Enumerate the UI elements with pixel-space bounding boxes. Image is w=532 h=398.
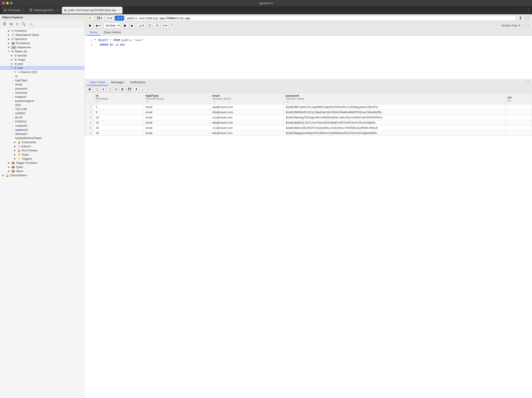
macros-button[interactable]: ≡ ▾ xyxy=(161,23,169,28)
sidebar-item-rls-policies[interactable]: ▶ 🔒 RLS Policies xyxy=(0,148,84,153)
sidebar-item-tables[interactable]: ▼ ⊞ Tables (4) xyxy=(0,49,84,53)
post-icon: ⊞ xyxy=(14,62,17,65)
close-window-button[interactable] xyxy=(2,2,5,4)
sidebar-item-col-updatedat[interactable]: ▪ updatedAt xyxy=(0,128,84,132)
limit-select[interactable]: No limit xyxy=(104,23,120,28)
tab-more-button[interactable]: ⋮ xyxy=(526,8,530,13)
tab-public-user[interactable]: ⊞ public.user/matzip-app/SUN@matzip-app … xyxy=(62,7,122,14)
sidebar-item-columns[interactable]: ▼ ≡ Columns (16) xyxy=(0,70,84,74)
sidebar-item-sequences[interactable]: ▶ 1.3 Sequences xyxy=(0,45,84,49)
tab-processes[interactable]: ⚙ Processes ✕ xyxy=(2,7,27,14)
col-logintype-icon: ▪ xyxy=(13,79,13,82)
scratch-pad-tab[interactable]: Scratch Pad ✕ xyxy=(499,23,523,28)
tab-processes-close[interactable]: ✕ xyxy=(21,9,25,12)
sidebar-item-col-logintype[interactable]: ▪ loginType xyxy=(0,78,84,82)
tab-query[interactable]: Query xyxy=(87,29,101,36)
rollback-button[interactable]: ⟲ xyxy=(154,23,160,28)
sidebar-item-materialized-views[interactable]: ▶ 📋 Materialized Views xyxy=(0,33,84,37)
copy-dropdown-button[interactable]: ▾ xyxy=(101,87,106,92)
collapse-icon-1[interactable]: ▼ xyxy=(95,38,96,43)
tab-messages[interactable]: Messages xyxy=(108,79,127,86)
sidebar-item-subscriptions[interactable]: ▶ 🔔 Subscriptions xyxy=(0,173,84,177)
sidebar-item-col-red[interactable]: ▪ RED xyxy=(0,103,84,107)
save-data-button[interactable]: 💾 xyxy=(126,87,133,92)
tab-query-history[interactable]: Query History xyxy=(101,29,124,36)
col-logintype-edit-icon[interactable]: ✎ xyxy=(146,100,148,103)
filter-button[interactable]: ⚡ ▾ xyxy=(115,16,124,21)
download-button[interactable]: ⬇ xyxy=(133,87,139,92)
add-row-button[interactable]: ➕ xyxy=(86,87,93,92)
tab-matzip-sun[interactable]: 🗄 matzip-app/SUN... ✕ xyxy=(27,7,62,14)
chart-button[interactable]: 📈 xyxy=(140,87,146,92)
open-file-button[interactable]: 📂 xyxy=(87,16,94,21)
paste-button[interactable]: 📋 xyxy=(107,87,113,92)
sidebar-terminal-button[interactable]: >_ xyxy=(28,21,34,27)
stop-query-button[interactable]: ⏹ xyxy=(122,23,128,28)
sidebar-item-col-hashedrefreshtoken[interactable]: ▪ hashedRefreshToken xyxy=(0,136,84,140)
window-controls[interactable] xyxy=(2,2,13,4)
sidebar-item-procedures[interactable]: ▶ 📦 Procedures xyxy=(0,41,84,45)
query-fullscreen-button[interactable]: ⛶ xyxy=(525,23,530,28)
edit-button[interactable]: ✏ ▾ xyxy=(106,16,114,21)
sidebar-item-operators[interactable]: ▶ ⊕ Operators xyxy=(0,37,84,41)
sidebar-item-trigger-functions[interactable]: ▶ 📦 Trigger Functions xyxy=(0,161,84,165)
favorite-icon: ⊞ xyxy=(14,54,17,57)
sidebar-item-rules[interactable]: ▶ 📜 Rules xyxy=(0,153,84,157)
run-button[interactable]: ▶ ▾ xyxy=(95,23,102,28)
tab-matzip-sun-close[interactable]: ✕ xyxy=(56,9,59,12)
data-fullscreen-button[interactable]: ⛶ xyxy=(525,79,530,86)
sidebar-item-col-blue[interactable]: ▪ BLUE xyxy=(0,115,84,120)
tab-matzip-sun-label: matzip-app/SUN... xyxy=(34,9,55,12)
sidebar-item-views[interactable]: ▶ 📦 Views xyxy=(0,169,84,173)
minimize-window-button[interactable] xyxy=(6,2,9,4)
help-button[interactable]: ? xyxy=(170,23,175,28)
sidebar-item-favorite[interactable]: ▶ ⊞ favorite xyxy=(0,53,84,58)
scratch-pad-close[interactable]: ✕ xyxy=(518,24,520,27)
sidebar-item-indexes[interactable]: ▶ 🗂 Indexes xyxy=(0,144,84,148)
sidebar-item-col-password[interactable]: ▪ password xyxy=(0,86,84,90)
sidebar-db-button[interactable]: 🗄 xyxy=(2,21,7,27)
delete-row-button[interactable]: 🗑 xyxy=(120,87,125,92)
sql-editor[interactable]: 1 ▼ SELECT * FROM public."user" 2 ORDER … xyxy=(85,36,532,79)
database-button[interactable]: 🗄 xyxy=(518,16,524,21)
sidebar-item-constraints[interactable]: ▶ 🔒 Constraints xyxy=(0,140,84,144)
sidebar-item-col-green[interactable]: ▪ GREEN xyxy=(0,111,84,115)
commit-button[interactable]: ☑ xyxy=(147,23,153,28)
sidebar-item-user[interactable]: ▼ ⊞ user xyxy=(0,66,84,70)
sidebar-item-col-createdat[interactable]: ▪ createdAt xyxy=(0,124,84,128)
col-nickname-label: nickname xyxy=(15,91,27,94)
sidebar-item-post[interactable]: ▶ ⊞ post xyxy=(0,62,84,66)
stop-button[interactable]: ⏹ xyxy=(87,23,93,28)
col-email-edit-icon[interactable]: ✎ xyxy=(213,100,215,103)
explain-button[interactable]: ▶ xyxy=(129,23,135,28)
sidebar-item-col-kakaoimageuri[interactable]: ▪ kakaoImageUri xyxy=(0,99,84,103)
sidebar-item-col-purple[interactable]: ▪ PURPLE xyxy=(0,120,84,124)
explain-analyze-button[interactable]: 📊 ▾ xyxy=(136,23,146,28)
sidebar-grid-button[interactable]: ⊞ xyxy=(9,21,14,27)
copy-button[interactable]: 📋 xyxy=(94,87,100,92)
col-red-label: RED xyxy=(15,103,21,107)
sidebar-item-col-yellow[interactable]: ▪ YELLOW xyxy=(0,107,84,111)
query-path-input[interactable] xyxy=(125,16,516,21)
sidebar-item-col-imageuri[interactable]: ▪ imageUri xyxy=(0,95,84,99)
sidebar-item-col-deletedat[interactable]: ▪ deletedAt xyxy=(0,132,84,136)
col-password-edit-icon[interactable]: ✎ xyxy=(287,100,289,103)
tab-data-output[interactable]: Data Output xyxy=(87,79,108,86)
maximize-window-button[interactable] xyxy=(10,2,13,4)
sidebar-item-triggers[interactable]: ▶ ⚡ Triggers xyxy=(0,157,84,161)
col-green-label: GREEN xyxy=(15,112,25,115)
sidebar-item-types[interactable]: ▶ 📦 Types xyxy=(0,165,84,169)
sidebar-item-functions[interactable]: ▶ fx Functions xyxy=(0,29,84,33)
sidebar-item-col-nickname[interactable]: ▪ nickname xyxy=(0,90,84,95)
tab-public-user-close[interactable]: ✕ xyxy=(117,9,120,12)
col-id-edit-icon[interactable]: ✎ xyxy=(97,100,99,103)
tab-notifications[interactable]: Notifications xyxy=(127,79,149,86)
fullscreen-button[interactable]: ⛶ xyxy=(525,15,530,21)
paste-dropdown-button[interactable]: ▾ xyxy=(114,87,119,92)
sidebar-item-col-id[interactable]: ▪ id xyxy=(0,74,84,78)
sidebar-item-image[interactable]: ▶ ⊞ image xyxy=(0,58,84,62)
sidebar-list-button[interactable]: ≡ xyxy=(15,21,19,27)
sidebar-search-button[interactable]: 🔍 xyxy=(20,21,27,27)
save-button[interactable]: 💾 ▾ xyxy=(95,16,104,21)
sidebar-item-col-email[interactable]: ▪ email xyxy=(0,82,84,86)
